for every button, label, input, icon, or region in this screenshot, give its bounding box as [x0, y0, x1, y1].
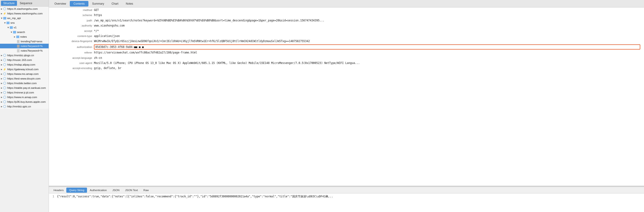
- sidebar-item-wx-mp-api[interactable]: ▶ wx_mp_api: [0, 16, 49, 20]
- sidebar-item-notes-keyword-selected[interactable]: notes?keyword=%: [0, 44, 49, 48]
- authorization-text: 85d38d7c-3053-4f68-9a84-■■ ■ ■: [96, 45, 144, 49]
- detail-value: www.xiaohongshu.com: [94, 23, 640, 28]
- globe-icon: [3, 77, 6, 80]
- detail-value: */*: [94, 29, 640, 33]
- sidebar-item-label: https://mdap.alipay.com: [7, 63, 35, 66]
- arrow-icon: ▶: [4, 22, 6, 23]
- detail-key: accept: [52, 29, 92, 33]
- arrow-icon: ▶: [1, 96, 2, 98]
- arrow-icon: ▶: [1, 54, 2, 56]
- globe-icon: [3, 58, 6, 62]
- sidebar-item-label: https://mobile.twitter.com: [7, 82, 37, 85]
- tab-overview[interactable]: Overview: [51, 1, 70, 6]
- detail-key: accept-encoding: [52, 66, 92, 70]
- sidebar-item-notes-keyword2[interactable]: notes?keyword=%: [0, 48, 49, 53]
- tab-summary[interactable]: Summary: [88, 1, 108, 6]
- sidebar-item-label: search: [17, 31, 25, 33]
- detail-row-path: :path /wx_mp_api/sns/v1/search/notes?key…: [49, 18, 644, 23]
- sidebar-item-www-xiaohongshu[interactable]: ▶ ⚡ https://www.xiaohongshu.com: [0, 11, 49, 16]
- line-number: 1: [52, 195, 54, 198]
- detail-row-accept-encoding: accept-encoding gzip, deflate, br: [49, 66, 644, 71]
- sidebar-item-itunes[interactable]: ▶ https://p36-buy.itunes.apple.com: [0, 99, 49, 104]
- tab-json-text[interactable]: JSON Text: [122, 188, 141, 193]
- detail-value: WHJMrwNw1k/EfyQir6Ssz/jUesLnwSD96fqoiXn3…: [94, 39, 640, 43]
- file-icon: ◻: [16, 39, 20, 43]
- detail-value: https: [94, 13, 640, 17]
- sidebar-item-icloud[interactable]: ▶ ⚡ https://gateway.icloud.com: [0, 67, 49, 72]
- detail-value-highlighted: 85d38d7c-3053-4f68-9a84-■■ ■ ■: [94, 44, 640, 49]
- detail-value: Mozilla/5.0 (iPhone; CPU iPhone OS 13_0 …: [94, 61, 640, 65]
- detail-key: :scheme: [52, 13, 92, 17]
- detail-key: user-agent: [52, 61, 92, 65]
- sidebar-item-douyin[interactable]: ▶ https://test-www.douyin.com: [0, 76, 49, 81]
- sidebar-item-search[interactable]: ▶ search: [0, 30, 49, 34]
- arrow-icon: ▶: [1, 87, 2, 89]
- tab-json[interactable]: JSON: [110, 188, 122, 193]
- globe-icon: [3, 100, 6, 104]
- tab-authentication[interactable]: Authentication: [87, 188, 110, 193]
- sidebar-item-amap[interactable]: ▶ https://www.mo.amap.com: [0, 72, 49, 76]
- sidebar-item-label: https://www.xiaohongshu.com: [7, 12, 42, 15]
- globe-icon: [3, 105, 6, 108]
- sidebar-item-label: http://music.163.com: [7, 59, 32, 61]
- detail-row-device-fingerprint: device-fingerprint WHJMrwNw1k/EfyQir6Ssz…: [49, 39, 644, 44]
- sidebar-item-label: v1: [14, 26, 16, 29]
- sidebar-item-label: https://gateway.icloud.com: [7, 68, 38, 71]
- sidebar-item-notes-folder[interactable]: ▶ notes: [0, 34, 49, 39]
- arrow-icon: ▶: [1, 82, 2, 84]
- sidebar-item-label: trending?sid=sess: [21, 40, 42, 43]
- right-panel: Overview Contents Summary Chart Notes :m…: [49, 0, 644, 212]
- detail-row-scheme: :scheme https: [49, 12, 644, 18]
- sidebar-tab-structure[interactable]: Structure: [1, 1, 17, 6]
- sidebar-tree: ▶ https://t.xiaohongshu.com ▶ ⚡ https://…: [0, 6, 49, 109]
- tab-contents[interactable]: Contents: [70, 1, 88, 6]
- sidebar-item-qlogo[interactable]: ▶ https://mmbiz.qlogo.cn: [0, 53, 49, 58]
- sidebar-item-music163[interactable]: ▶ http://music.163.com: [0, 58, 49, 62]
- arrow-icon: ▶: [1, 68, 2, 70]
- arrow-icon: ▶: [1, 12, 2, 15]
- arrow-icon: ▶: [1, 73, 2, 75]
- sidebar-item-alipay[interactable]: ▶ https://mdap.alipay.com: [0, 62, 49, 67]
- sidebar-item-twitter[interactable]: ▶ https://mobile.twitter.com: [0, 81, 49, 86]
- arrow-icon: ▶: [1, 17, 3, 19]
- arrow-icon: ▶: [7, 27, 9, 28]
- detail-row-authorization: authorization 85d38d7c-3053-4f68-9a84-■■…: [49, 44, 644, 50]
- sidebar-item-sankuai[interactable]: ▶ https://stable.pay.st.sankuai.com: [0, 86, 49, 90]
- detail-value: application/json: [94, 34, 640, 38]
- detail-row-authority: :authority www.xiaohongshu.com: [49, 23, 644, 28]
- detail-key: :authority: [52, 23, 92, 28]
- sidebar-item-v1[interactable]: ▶ v1: [0, 25, 49, 30]
- sidebar-item-label: https://www.mo.amap.com: [7, 72, 38, 75]
- tab-headers[interactable]: Headers: [51, 188, 66, 193]
- sidebar-item-qpic[interactable]: ▶ http://mmbiz.qpic.cn: [0, 104, 49, 109]
- arrow-icon: ▶: [1, 101, 2, 103]
- tab-raw[interactable]: Raw: [140, 188, 152, 193]
- detail-value: gzip, deflate, br: [94, 66, 640, 70]
- bottom-section: Headers Query String Authentication JSON…: [49, 187, 644, 212]
- sidebar-item-amap2[interactable]: ▶ https://www.m.amap.com: [0, 95, 49, 99]
- tab-notes[interactable]: Notes: [122, 1, 137, 6]
- sidebar-tab-sequence[interactable]: Sequence: [18, 1, 35, 6]
- sidebar-item-label: https://mmbiz.qlogo.cn: [7, 54, 34, 57]
- bottom-content: 1{"result":0,"success":true,"data":{"not…: [49, 194, 644, 212]
- tab-chart[interactable]: Chart: [108, 1, 122, 6]
- sidebar-item-label: sns: [10, 21, 15, 24]
- sidebar-item-sns[interactable]: ▶ sns: [0, 20, 49, 25]
- detail-key: referer: [52, 50, 92, 55]
- sidebar-item-trending[interactable]: ◻ trending?sid=sess: [0, 39, 49, 44]
- sidebar-item-t-xiaohongshu[interactable]: ▶ https://t.xiaohongshu.com: [0, 6, 49, 11]
- sidebar-header: Structure Sequence: [0, 0, 49, 6]
- arrow-icon: ▶: [1, 8, 2, 10]
- sidebar-item-label: https://p36-buy.itunes.apple.com: [7, 100, 46, 103]
- sidebar-item-label: notes?keyword=%: [21, 49, 42, 52]
- sidebar-item-label: https://stable.pay.st.sankuai.com: [7, 86, 46, 89]
- detail-key: :method: [52, 8, 92, 12]
- tab-query-string[interactable]: Query String: [66, 188, 87, 193]
- detail-key: :path: [52, 18, 92, 22]
- detail-row-user-agent: user-agent Mozilla/5.0 (iPhone; CPU iPho…: [49, 60, 644, 66]
- sidebar-item-jd[interactable]: ▶ https://minner.jr.jd.com: [0, 90, 49, 95]
- sidebar-item-label: wx_mp_api: [7, 17, 21, 19]
- globe-icon: [3, 53, 6, 57]
- sidebar-item-label: notes: [20, 35, 27, 38]
- sidebar-item-label: https://www.m.amap.com: [7, 96, 37, 99]
